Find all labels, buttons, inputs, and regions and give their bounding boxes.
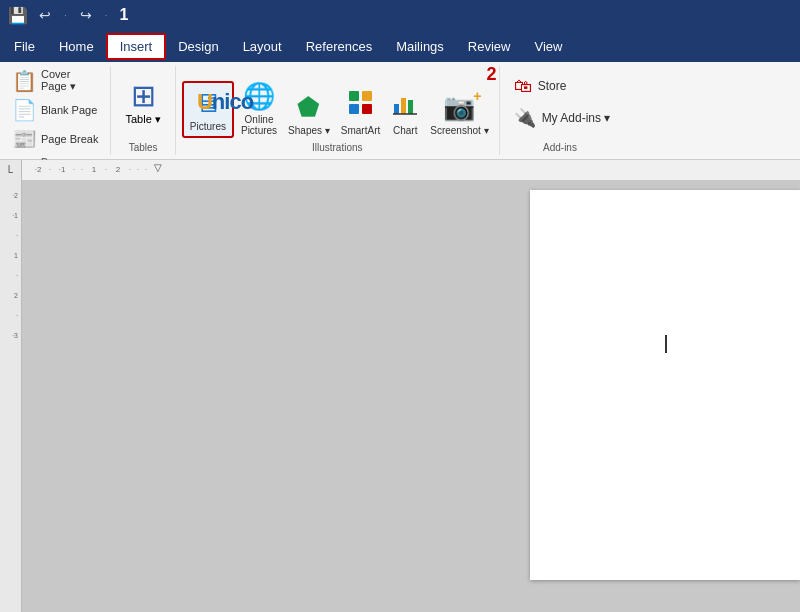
divider: · bbox=[64, 10, 67, 21]
svg-rect-1 bbox=[362, 91, 372, 101]
table-label: Table ▾ bbox=[125, 113, 160, 126]
blank-page-icon: 📄 bbox=[12, 98, 37, 122]
shapes-label: Shapes ▾ bbox=[288, 125, 330, 136]
menu-bar: File Home Insert Design Layout Reference… bbox=[0, 30, 800, 62]
svg-rect-4 bbox=[394, 104, 399, 114]
my-addins-label: My Add-ins ▾ bbox=[542, 111, 611, 125]
page-break-icon: 📰 bbox=[12, 127, 37, 151]
text-cursor bbox=[665, 335, 667, 353]
blank-page-button[interactable]: 📄 Blank Page bbox=[6, 96, 104, 124]
menu-layout[interactable]: Layout bbox=[231, 35, 294, 58]
pictures-button-wrapper: 🖥 Unico Pictures bbox=[182, 81, 234, 138]
ruler-corner: L bbox=[0, 160, 22, 180]
svg-rect-0 bbox=[349, 91, 359, 101]
my-addins-icon: 🔌 bbox=[514, 107, 536, 129]
table-icon: ⊞ bbox=[131, 78, 156, 113]
horizontal-ruler: ·2 · ·1 · · 1 · 2 · · · ▽ bbox=[22, 160, 800, 180]
ribbon-group-pages: 📋 CoverPage ▾ 📄 Blank Page 📰 Page Break … bbox=[0, 66, 111, 155]
svg-rect-3 bbox=[362, 104, 372, 114]
menu-review[interactable]: Review bbox=[456, 35, 523, 58]
table-button[interactable]: ⊞ Table ▾ bbox=[117, 74, 168, 130]
svg-rect-6 bbox=[408, 100, 413, 114]
my-addins-button[interactable]: 🔌 My Add-ins ▾ bbox=[510, 104, 615, 132]
ribbon-group-illustrations: 2 🖥 Unico Pictures bbox=[176, 66, 500, 155]
addins-group-label: Add-ins bbox=[543, 142, 577, 155]
ruler-v-mark: · bbox=[0, 305, 21, 325]
online-pictures-label: OnlinePictures bbox=[241, 114, 277, 136]
ruler-v-mark: · bbox=[0, 265, 21, 285]
ruler-v-mark: ·1 bbox=[0, 205, 21, 225]
ruler-v-mark: 1 bbox=[0, 245, 21, 265]
undo-button[interactable]: ↩ bbox=[34, 5, 56, 25]
ruler-v-mark: ·3 bbox=[0, 325, 21, 345]
smartart-icon bbox=[348, 90, 374, 123]
ruler-bar: L ·2 · ·1 · · 1 · 2 · · · ▽ bbox=[0, 160, 800, 180]
menu-home[interactable]: Home bbox=[47, 35, 106, 58]
svg-rect-5 bbox=[401, 98, 406, 114]
document-area: ·2 ·1 · 1 · 2 · ·3 bbox=[0, 180, 800, 612]
menu-references[interactable]: References bbox=[294, 35, 384, 58]
ribbon: 📋 CoverPage ▾ 📄 Blank Page 📰 Page Break … bbox=[0, 62, 800, 160]
chart-icon bbox=[392, 90, 418, 123]
screenshot-button[interactable]: 📷 + Screenshot ▾ bbox=[426, 90, 492, 138]
tables-group-label: Tables bbox=[129, 142, 158, 155]
pictures-icon-area: 🖥 Unico bbox=[190, 87, 226, 119]
ribbon-group-addins: 🛍 Store 🔌 My Add-ins ▾ Add-ins bbox=[500, 66, 621, 155]
step1-badge: 1 bbox=[120, 6, 129, 24]
store-icon: 🛍 bbox=[514, 76, 532, 97]
page-break-label: Page Break bbox=[41, 133, 98, 145]
cover-page-button[interactable]: 📋 CoverPage ▾ bbox=[6, 66, 104, 95]
menu-view[interactable]: View bbox=[522, 35, 574, 58]
save-icon[interactable]: 💾 bbox=[8, 6, 28, 25]
screenshot-icon: 📷 bbox=[443, 92, 475, 122]
smartart-button[interactable]: SmartArt bbox=[337, 88, 384, 138]
ruler-v-mark: 2 bbox=[0, 285, 21, 305]
chart-label: Chart bbox=[393, 125, 417, 136]
screenshot-icon-area: 📷 + bbox=[443, 92, 475, 123]
blank-page-label: Blank Page bbox=[41, 104, 97, 116]
illustrations-group-label: Illustrations bbox=[312, 142, 363, 155]
menu-mailings[interactable]: Mailings bbox=[384, 35, 456, 58]
chart-button[interactable]: Chart bbox=[387, 88, 423, 138]
page-break-button[interactable]: 📰 Page Break bbox=[6, 125, 104, 153]
ruler-v-mark: · bbox=[0, 225, 21, 245]
screenshot-label: Screenshot ▾ bbox=[430, 125, 488, 136]
cover-page-label: CoverPage ▾ bbox=[41, 68, 76, 93]
cover-page-icon: 📋 bbox=[12, 69, 37, 93]
ruler-cursor-marker: ▽ bbox=[154, 160, 162, 178]
pictures-label: Pictures bbox=[190, 121, 226, 132]
menu-design[interactable]: Design bbox=[166, 35, 230, 58]
menu-file[interactable]: File bbox=[2, 35, 47, 58]
screenshot-plus-icon: + bbox=[473, 88, 481, 104]
shapes-icon: ⬟ bbox=[297, 92, 320, 123]
document-page[interactable] bbox=[530, 190, 800, 580]
store-button[interactable]: 🛍 Store bbox=[510, 73, 571, 100]
ruler-marks: ·2 · ·1 · · 1 · 2 · · · ▽ bbox=[22, 160, 800, 180]
unico-logo: Unico bbox=[197, 90, 253, 114]
title-bar: 💾 ↩ · ↪ · 1 bbox=[0, 0, 800, 30]
step2-badge: 2 bbox=[487, 64, 497, 85]
ruler-ticks: ·2 · ·1 · · 1 · 2 · · · ▽ bbox=[30, 160, 162, 180]
redo-button[interactable]: ↪ bbox=[75, 5, 97, 25]
document-canvas[interactable] bbox=[22, 180, 800, 612]
store-label: Store bbox=[538, 79, 567, 93]
ribbon-group-tables: ⊞ Table ▾ Tables bbox=[111, 66, 175, 155]
ruler-v-mark: ·2 bbox=[0, 185, 21, 205]
menu-insert[interactable]: Insert bbox=[106, 33, 167, 60]
pictures-icon: 🖥 Unico bbox=[195, 88, 221, 119]
svg-rect-2 bbox=[349, 104, 359, 114]
divider2: · bbox=[105, 10, 108, 21]
pictures-button[interactable]: 🖥 Unico Pictures bbox=[186, 85, 230, 134]
smartart-label: SmartArt bbox=[341, 125, 380, 136]
shapes-button[interactable]: ⬟ Shapes ▾ bbox=[284, 90, 334, 138]
vertical-ruler: ·2 ·1 · 1 · 2 · ·3 bbox=[0, 180, 22, 612]
